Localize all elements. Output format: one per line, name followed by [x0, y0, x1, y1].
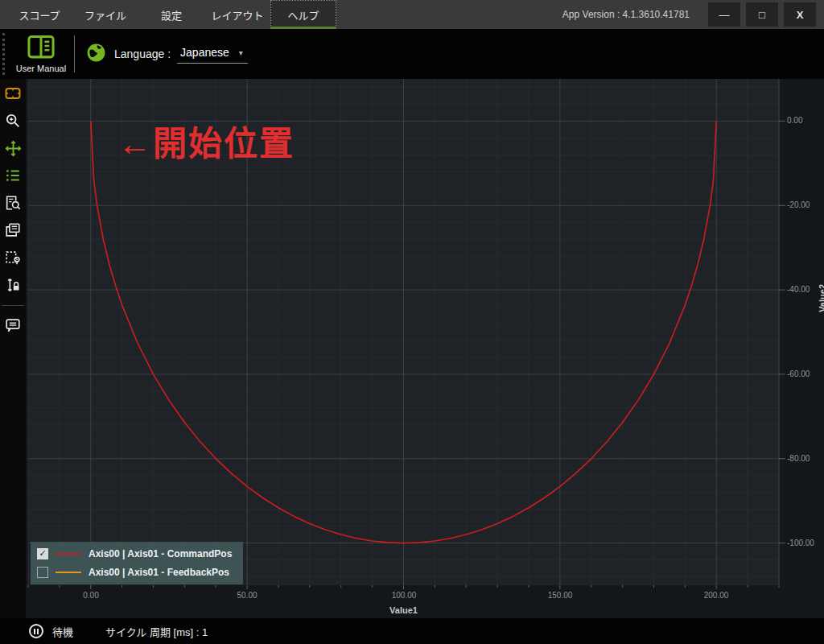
- user-manual-book-icon: [26, 35, 56, 62]
- zoom-in-tool-button[interactable]: [3, 111, 23, 130]
- menu-tab-settings[interactable]: 設定: [138, 0, 204, 29]
- y-tick-label: 0.00: [787, 116, 802, 125]
- legend-checkbox-feedbackpos[interactable]: [37, 567, 48, 578]
- search-data-tool-button[interactable]: [3, 193, 23, 213]
- fit-region-tool-button[interactable]: [3, 84, 23, 103]
- cycle-period-label: サイクル 周期 [ms] : 1: [105, 624, 208, 639]
- toolbar-separator: [74, 35, 75, 72]
- legend-item-feedbackpos[interactable]: Axis00 | Axis01 - FeedbackPos: [37, 564, 232, 580]
- y-tick-label: -80.00: [787, 454, 810, 463]
- menu-tab-file[interactable]: ファイル: [72, 0, 138, 29]
- globe-icon: [86, 43, 106, 66]
- ribbon-toolbar: User Manual Language : Japanese ▾: [0, 29, 824, 79]
- app-version-label: App Version : 4.1.3610.41781: [562, 9, 690, 20]
- pan-tool-button[interactable]: [3, 138, 23, 158]
- user-manual-button[interactable]: User Manual: [13, 35, 69, 73]
- x-tick-label: 150.00: [548, 591, 573, 600]
- status-bar: 待機 サイクル 周期 [ms] : 1: [0, 618, 824, 644]
- layout-pages-tool-button[interactable]: [3, 221, 23, 240]
- comment-tool-button[interactable]: [3, 316, 23, 335]
- y-tick-label: -40.00: [787, 285, 810, 294]
- menu-tab-scope[interactable]: スコープ: [6, 0, 72, 29]
- language-value: Japanese: [180, 46, 229, 59]
- legend-line-swatch-commandpos: [56, 553, 81, 555]
- minimize-button[interactable]: —: [708, 2, 740, 27]
- menu-items: スコープ ファイル 設定 レイアウト ヘルプ: [0, 0, 336, 29]
- x-tick-label: 200.00: [704, 591, 729, 600]
- main-area: 0.00-20.00-40.00-60.00-80.00-100.00 0.00…: [0, 79, 824, 618]
- x-tick-label: 0.00: [83, 591, 98, 600]
- y-tick-label: -100.00: [787, 539, 814, 547]
- region-pin-tool-button[interactable]: [3, 248, 23, 267]
- y-axis-title: Value2: [818, 284, 824, 312]
- start-position-annotation: ←開始位置: [117, 116, 295, 165]
- chevron-down-icon: ▾: [239, 48, 243, 57]
- chart-panel: 0.00-20.00-40.00-60.00-80.00-100.00 0.00…: [26, 79, 824, 618]
- y-axis-labels: 0.00-20.00-40.00-60.00-80.00-100.00: [785, 79, 824, 585]
- x-tick-label: 50.00: [237, 591, 257, 600]
- legend-label: Axis00 | Axis01 - FeedbackPos: [89, 567, 229, 578]
- user-manual-label: User Manual: [16, 64, 66, 73]
- legend-label: Axis00 | Axis01 - CommandPos: [89, 548, 232, 559]
- legend-line-swatch-feedbackpos: [56, 572, 81, 573]
- tool-sidebar: [0, 79, 26, 618]
- app-window: スコープ ファイル 設定 レイアウト ヘルプ App Version : 4.1…: [0, 0, 824, 644]
- titlebar-right: App Version : 4.1.3610.41781 — □ X: [562, 0, 824, 29]
- legend: ✓ Axis00 | Axis01 - CommandPos Axis00 | …: [31, 542, 243, 584]
- toolbar-grip[interactable]: [2, 33, 5, 75]
- x-axis-labels: 0.0050.00100.00150.00200.00: [28, 589, 779, 602]
- channel-list-tool-button[interactable]: [3, 166, 23, 185]
- menu-tab-help[interactable]: ヘルプ: [270, 0, 336, 29]
- maximize-button[interactable]: □: [746, 2, 778, 27]
- close-button[interactable]: X: [784, 2, 816, 27]
- menu-bar: スコープ ファイル 設定 レイアウト ヘルプ App Version : 4.1…: [0, 0, 824, 29]
- pause-icon: [29, 624, 43, 638]
- axis-lock-tool-button[interactable]: [3, 275, 23, 295]
- sidebar-divider: [2, 305, 24, 306]
- x-tick-label: 100.00: [392, 591, 417, 600]
- menu-tab-layout[interactable]: レイアウト: [204, 0, 270, 29]
- status-state-label: 待機: [52, 624, 73, 639]
- legend-checkbox-commandpos[interactable]: ✓: [37, 548, 48, 559]
- y-tick-label: -60.00: [787, 369, 810, 378]
- legend-item-commandpos[interactable]: ✓ Axis00 | Axis01 - CommandPos: [37, 546, 232, 561]
- y-tick-label: -20.00: [787, 200, 810, 209]
- x-axis-title: Value1: [28, 605, 779, 615]
- language-dropdown[interactable]: Japanese ▾: [177, 44, 248, 64]
- language-label: Language :: [114, 47, 171, 60]
